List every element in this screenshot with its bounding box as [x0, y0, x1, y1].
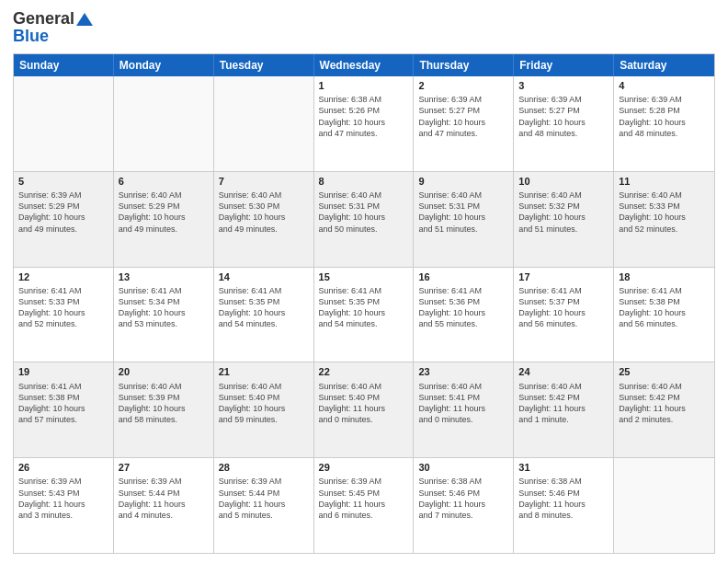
day-info: Sunrise: 6:40 AM Sunset: 5:33 PM Dayligh…	[619, 190, 710, 235]
day-number: 16	[418, 270, 508, 283]
day-info: Sunrise: 6:39 AM Sunset: 5:43 PM Dayligh…	[18, 476, 108, 521]
day-info: Sunrise: 6:40 AM Sunset: 5:42 PM Dayligh…	[518, 381, 609, 426]
day-cell: 20Sunrise: 6:40 AM Sunset: 5:39 PM Dayli…	[114, 362, 214, 457]
day-cell: 29Sunrise: 6:39 AM Sunset: 5:45 PM Dayli…	[314, 458, 415, 553]
day-number: 1	[319, 79, 409, 92]
day-info: Sunrise: 6:39 AM Sunset: 5:29 PM Dayligh…	[18, 190, 108, 235]
day-cell: 7Sunrise: 6:40 AM Sunset: 5:30 PM Daylig…	[214, 172, 314, 267]
day-number: 22	[319, 365, 409, 378]
day-number: 25	[619, 365, 710, 378]
day-info: Sunrise: 6:41 AM Sunset: 5:36 PM Dayligh…	[418, 285, 508, 330]
day-info: Sunrise: 6:40 AM Sunset: 5:31 PM Dayligh…	[418, 190, 508, 235]
day-info: Sunrise: 6:40 AM Sunset: 5:32 PM Dayligh…	[518, 190, 609, 235]
day-info: Sunrise: 6:41 AM Sunset: 5:34 PM Dayligh…	[119, 285, 209, 330]
day-cell: 13Sunrise: 6:41 AM Sunset: 5:34 PM Dayli…	[114, 268, 214, 362]
day-info: Sunrise: 6:41 AM Sunset: 5:37 PM Dayligh…	[518, 285, 609, 330]
day-cell: 24Sunrise: 6:40 AM Sunset: 5:42 PM Dayli…	[514, 362, 614, 457]
day-info: Sunrise: 6:40 AM Sunset: 5:31 PM Dayligh…	[319, 190, 409, 235]
day-cell: 11Sunrise: 6:40 AM Sunset: 5:33 PM Dayli…	[614, 172, 714, 267]
day-number: 29	[319, 461, 409, 474]
logo-triangle-icon	[75, 12, 94, 27]
day-number: 20	[119, 365, 209, 378]
day-number: 2	[418, 79, 508, 92]
day-info: Sunrise: 6:41 AM Sunset: 5:35 PM Dayligh…	[219, 285, 309, 330]
day-cell	[114, 76, 214, 171]
week-row-5: 26Sunrise: 6:39 AM Sunset: 5:43 PM Dayli…	[14, 458, 714, 553]
day-cell	[614, 458, 714, 553]
day-cell: 5Sunrise: 6:39 AM Sunset: 5:29 PM Daylig…	[14, 172, 114, 267]
day-number: 10	[518, 175, 609, 188]
day-info: Sunrise: 6:40 AM Sunset: 5:40 PM Dayligh…	[219, 381, 309, 426]
day-cell: 6Sunrise: 6:40 AM Sunset: 5:29 PM Daylig…	[114, 172, 214, 267]
svg-marker-0	[76, 13, 93, 26]
day-cell: 8Sunrise: 6:40 AM Sunset: 5:31 PM Daylig…	[314, 172, 415, 267]
day-info: Sunrise: 6:40 AM Sunset: 5:42 PM Dayligh…	[619, 381, 710, 426]
day-header-thursday: Thursday	[414, 54, 514, 76]
day-cell	[214, 76, 314, 171]
day-number: 5	[18, 175, 108, 188]
day-number: 19	[18, 365, 108, 378]
day-cell: 28Sunrise: 6:39 AM Sunset: 5:44 PM Dayli…	[214, 458, 314, 553]
day-number: 12	[18, 270, 108, 283]
day-cell: 17Sunrise: 6:41 AM Sunset: 5:37 PM Dayli…	[514, 268, 614, 362]
day-cell: 31Sunrise: 6:38 AM Sunset: 5:46 PM Dayli…	[514, 458, 614, 553]
day-cell: 26Sunrise: 6:39 AM Sunset: 5:43 PM Dayli…	[14, 458, 114, 553]
header: General Blue	[13, 9, 715, 46]
week-row-3: 12Sunrise: 6:41 AM Sunset: 5:33 PM Dayli…	[14, 268, 714, 363]
day-cell: 16Sunrise: 6:41 AM Sunset: 5:36 PM Dayli…	[414, 268, 514, 362]
day-number: 3	[518, 79, 609, 92]
day-info: Sunrise: 6:41 AM Sunset: 5:35 PM Dayligh…	[319, 285, 409, 330]
day-info: Sunrise: 6:40 AM Sunset: 5:30 PM Dayligh…	[219, 190, 309, 235]
day-info: Sunrise: 6:39 AM Sunset: 5:44 PM Dayligh…	[119, 476, 209, 521]
day-number: 13	[119, 270, 209, 283]
day-info: Sunrise: 6:41 AM Sunset: 5:38 PM Dayligh…	[619, 285, 710, 330]
day-number: 6	[119, 175, 209, 188]
day-info: Sunrise: 6:39 AM Sunset: 5:27 PM Dayligh…	[418, 94, 508, 139]
day-number: 15	[319, 270, 409, 283]
logo: General Blue	[13, 9, 94, 46]
day-number: 8	[319, 175, 409, 188]
day-number: 7	[219, 175, 309, 188]
calendar: SundayMondayTuesdayWednesdayThursdayFrid…	[13, 53, 715, 554]
day-number: 26	[18, 461, 108, 474]
day-number: 18	[619, 270, 710, 283]
week-row-2: 5Sunrise: 6:39 AM Sunset: 5:29 PM Daylig…	[14, 172, 714, 268]
day-header-friday: Friday	[514, 54, 614, 76]
day-info: Sunrise: 6:38 AM Sunset: 5:46 PM Dayligh…	[518, 476, 609, 521]
week-row-4: 19Sunrise: 6:41 AM Sunset: 5:38 PM Dayli…	[14, 362, 714, 458]
day-cell: 15Sunrise: 6:41 AM Sunset: 5:35 PM Dayli…	[314, 268, 415, 362]
logo-blue-text: Blue	[13, 27, 49, 45]
day-number: 28	[219, 461, 309, 474]
day-info: Sunrise: 6:38 AM Sunset: 5:26 PM Dayligh…	[319, 94, 409, 139]
day-header-saturday: Saturday	[614, 54, 714, 76]
day-header-wednesday: Wednesday	[314, 54, 415, 76]
day-cell	[14, 76, 114, 171]
day-info: Sunrise: 6:40 AM Sunset: 5:41 PM Dayligh…	[418, 381, 508, 426]
day-info: Sunrise: 6:38 AM Sunset: 5:46 PM Dayligh…	[418, 476, 508, 521]
day-header-monday: Monday	[114, 54, 214, 76]
day-number: 14	[219, 270, 309, 283]
day-number: 31	[518, 461, 609, 474]
day-cell: 4Sunrise: 6:39 AM Sunset: 5:28 PM Daylig…	[614, 76, 714, 171]
day-cell: 30Sunrise: 6:38 AM Sunset: 5:46 PM Dayli…	[414, 458, 514, 553]
day-number: 24	[518, 365, 609, 378]
day-cell: 27Sunrise: 6:39 AM Sunset: 5:44 PM Dayli…	[114, 458, 214, 553]
day-info: Sunrise: 6:40 AM Sunset: 5:29 PM Dayligh…	[119, 190, 209, 235]
day-cell: 22Sunrise: 6:40 AM Sunset: 5:40 PM Dayli…	[314, 362, 415, 457]
day-info: Sunrise: 6:40 AM Sunset: 5:39 PM Dayligh…	[119, 381, 209, 426]
day-number: 27	[119, 461, 209, 474]
weeks-container: 1Sunrise: 6:38 AM Sunset: 5:26 PM Daylig…	[14, 76, 714, 553]
day-cell: 12Sunrise: 6:41 AM Sunset: 5:33 PM Dayli…	[14, 268, 114, 362]
day-info: Sunrise: 6:40 AM Sunset: 5:40 PM Dayligh…	[319, 381, 409, 426]
day-info: Sunrise: 6:39 AM Sunset: 5:27 PM Dayligh…	[518, 94, 609, 139]
page: General Blue SundayMondayTuesdayWednesda…	[0, 0, 728, 563]
day-number: 23	[418, 365, 508, 378]
day-header-tuesday: Tuesday	[214, 54, 314, 76]
day-cell: 18Sunrise: 6:41 AM Sunset: 5:38 PM Dayli…	[614, 268, 714, 362]
day-cell: 9Sunrise: 6:40 AM Sunset: 5:31 PM Daylig…	[414, 172, 514, 267]
logo-general-text: General	[13, 9, 74, 29]
day-cell: 2Sunrise: 6:39 AM Sunset: 5:27 PM Daylig…	[414, 76, 514, 171]
day-cell: 14Sunrise: 6:41 AM Sunset: 5:35 PM Dayli…	[214, 268, 314, 362]
day-info: Sunrise: 6:39 AM Sunset: 5:45 PM Dayligh…	[319, 476, 409, 521]
day-number: 11	[619, 175, 710, 188]
